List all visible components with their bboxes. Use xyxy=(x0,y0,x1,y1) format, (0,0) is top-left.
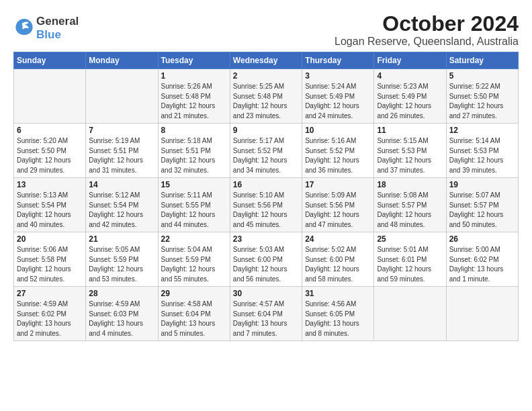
calendar-cell: 1Sunrise: 5:26 AMSunset: 5:48 PMDaylight… xyxy=(158,69,230,124)
day-info: Sunrise: 5:01 AMSunset: 6:01 PMDaylight:… xyxy=(377,245,443,284)
day-number: 21 xyxy=(89,234,154,244)
day-info: Sunrise: 5:04 AMSunset: 5:59 PMDaylight:… xyxy=(161,245,227,284)
day-info: Sunrise: 5:15 AMSunset: 5:53 PMDaylight:… xyxy=(377,136,443,175)
logo: General Blue xyxy=(13,15,79,41)
day-info: Sunrise: 5:06 AMSunset: 5:58 PMDaylight:… xyxy=(17,245,83,284)
day-info: Sunrise: 5:19 AMSunset: 5:51 PMDaylight:… xyxy=(89,136,154,175)
day-number: 20 xyxy=(17,234,83,244)
calendar-cell xyxy=(374,287,446,341)
day-info: Sunrise: 4:57 AMSunset: 6:04 PMDaylight:… xyxy=(233,300,299,338)
day-info: Sunrise: 5:20 AMSunset: 5:50 PMDaylight:… xyxy=(17,136,83,175)
day-number: 3 xyxy=(305,71,371,81)
day-info: Sunrise: 5:24 AMSunset: 5:49 PMDaylight:… xyxy=(305,82,371,121)
weekday-header-sunday: Sunday xyxy=(14,52,86,69)
calendar-cell: 10Sunrise: 5:16 AMSunset: 5:52 PMDayligh… xyxy=(302,124,374,178)
day-number: 18 xyxy=(377,180,443,189)
header: General Blue October 2024 Logan Reserve,… xyxy=(13,12,519,48)
calendar-cell: 31Sunrise: 4:56 AMSunset: 6:05 PMDayligh… xyxy=(302,287,374,341)
weekday-header-tuesday: Tuesday xyxy=(158,52,230,69)
calendar-cell: 15Sunrise: 5:11 AMSunset: 5:55 PMDayligh… xyxy=(158,178,230,232)
weekday-header-wednesday: Wednesday xyxy=(230,52,302,69)
day-number: 26 xyxy=(449,234,515,244)
day-info: Sunrise: 5:07 AMSunset: 5:57 PMDaylight:… xyxy=(449,191,515,230)
calendar-week-row: 1Sunrise: 5:26 AMSunset: 5:48 PMDaylight… xyxy=(14,69,519,124)
day-number: 28 xyxy=(89,289,154,298)
day-number: 11 xyxy=(377,126,443,135)
day-info: Sunrise: 4:59 AMSunset: 6:02 PMDaylight:… xyxy=(17,300,83,338)
day-info: Sunrise: 5:18 AMSunset: 5:51 PMDaylight:… xyxy=(161,136,227,175)
calendar-week-row: 27Sunrise: 4:59 AMSunset: 6:02 PMDayligh… xyxy=(14,287,519,341)
day-number: 13 xyxy=(17,180,83,189)
calendar-cell xyxy=(14,69,86,124)
day-number: 4 xyxy=(377,71,443,81)
calendar-cell: 16Sunrise: 5:10 AMSunset: 5:56 PMDayligh… xyxy=(230,178,302,232)
day-info: Sunrise: 5:14 AMSunset: 5:53 PMDaylight:… xyxy=(449,136,515,175)
day-number: 12 xyxy=(449,126,515,135)
calendar-cell: 24Sunrise: 5:02 AMSunset: 6:00 PMDayligh… xyxy=(302,232,374,287)
day-number: 14 xyxy=(89,180,154,189)
calendar-cell: 8Sunrise: 5:18 AMSunset: 5:51 PMDaylight… xyxy=(158,124,230,178)
day-number: 6 xyxy=(17,126,83,135)
day-info: Sunrise: 5:12 AMSunset: 5:54 PMDaylight:… xyxy=(89,191,154,230)
calendar-cell: 21Sunrise: 5:05 AMSunset: 5:59 PMDayligh… xyxy=(86,232,158,287)
calendar-cell: 17Sunrise: 5:09 AMSunset: 5:56 PMDayligh… xyxy=(302,178,374,232)
logo-text: General Blue xyxy=(36,15,79,41)
calendar-cell: 29Sunrise: 4:58 AMSunset: 6:04 PMDayligh… xyxy=(158,287,230,341)
day-number: 30 xyxy=(233,289,299,298)
calendar-week-row: 6Sunrise: 5:20 AMSunset: 5:50 PMDaylight… xyxy=(14,124,519,178)
weekday-header-friday: Friday xyxy=(374,52,446,69)
day-number: 10 xyxy=(305,126,371,135)
calendar-cell: 9Sunrise: 5:17 AMSunset: 5:52 PMDaylight… xyxy=(230,124,302,178)
calendar-cell: 5Sunrise: 5:22 AMSunset: 5:50 PMDaylight… xyxy=(446,69,518,124)
day-number: 25 xyxy=(377,234,443,244)
calendar-cell: 18Sunrise: 5:08 AMSunset: 5:57 PMDayligh… xyxy=(374,178,446,232)
day-info: Sunrise: 5:05 AMSunset: 5:59 PMDaylight:… xyxy=(89,245,154,284)
calendar-cell: 23Sunrise: 5:03 AMSunset: 6:00 PMDayligh… xyxy=(230,232,302,287)
day-number: 19 xyxy=(449,180,515,189)
calendar-cell: 30Sunrise: 4:57 AMSunset: 6:04 PMDayligh… xyxy=(230,287,302,341)
day-info: Sunrise: 5:09 AMSunset: 5:56 PMDaylight:… xyxy=(305,191,371,230)
calendar-subtitle: Logan Reserve, Queensland, Australia xyxy=(335,36,519,48)
calendar-cell: 27Sunrise: 4:59 AMSunset: 6:02 PMDayligh… xyxy=(14,287,86,341)
calendar-cell xyxy=(446,287,518,341)
day-number: 5 xyxy=(449,71,515,81)
calendar-cell: 20Sunrise: 5:06 AMSunset: 5:58 PMDayligh… xyxy=(14,232,86,287)
calendar-cell: 12Sunrise: 5:14 AMSunset: 5:53 PMDayligh… xyxy=(446,124,518,178)
day-number: 24 xyxy=(305,234,371,244)
day-number: 22 xyxy=(161,234,227,244)
day-info: Sunrise: 5:17 AMSunset: 5:52 PMDaylight:… xyxy=(233,136,299,175)
day-number: 31 xyxy=(305,289,371,298)
calendar-cell: 22Sunrise: 5:04 AMSunset: 5:59 PMDayligh… xyxy=(158,232,230,287)
day-number: 29 xyxy=(161,289,227,298)
calendar-week-row: 13Sunrise: 5:13 AMSunset: 5:54 PMDayligh… xyxy=(14,178,519,232)
day-info: Sunrise: 5:11 AMSunset: 5:55 PMDaylight:… xyxy=(161,191,227,230)
weekday-header-monday: Monday xyxy=(86,52,158,69)
calendar-cell: 11Sunrise: 5:15 AMSunset: 5:53 PMDayligh… xyxy=(374,124,446,178)
page: General Blue October 2024 Logan Reserve,… xyxy=(0,0,532,348)
day-number: 27 xyxy=(17,289,83,298)
day-number: 8 xyxy=(161,126,227,135)
calendar-cell: 4Sunrise: 5:23 AMSunset: 5:49 PMDaylight… xyxy=(374,69,446,124)
logo-bird-icon xyxy=(15,17,34,36)
day-info: Sunrise: 4:56 AMSunset: 6:05 PMDaylight:… xyxy=(305,300,371,338)
day-info: Sunrise: 5:00 AMSunset: 6:02 PMDaylight:… xyxy=(449,245,515,284)
day-number: 17 xyxy=(305,180,371,189)
day-info: Sunrise: 5:22 AMSunset: 5:50 PMDaylight:… xyxy=(449,82,515,121)
day-info: Sunrise: 5:10 AMSunset: 5:56 PMDaylight:… xyxy=(233,191,299,230)
day-number: 2 xyxy=(233,71,299,81)
day-number: 7 xyxy=(89,126,154,135)
day-info: Sunrise: 5:13 AMSunset: 5:54 PMDaylight:… xyxy=(17,191,83,230)
weekday-header-saturday: Saturday xyxy=(446,52,518,69)
day-info: Sunrise: 5:03 AMSunset: 6:00 PMDaylight:… xyxy=(233,245,299,284)
calendar-cell: 19Sunrise: 5:07 AMSunset: 5:57 PMDayligh… xyxy=(446,178,518,232)
day-info: Sunrise: 5:08 AMSunset: 5:57 PMDaylight:… xyxy=(377,191,443,230)
calendar-cell: 7Sunrise: 5:19 AMSunset: 5:51 PMDaylight… xyxy=(86,124,158,178)
day-info: Sunrise: 5:23 AMSunset: 5:49 PMDaylight:… xyxy=(377,82,443,121)
day-number: 16 xyxy=(233,180,299,189)
day-number: 23 xyxy=(233,234,299,244)
calendar-cell: 13Sunrise: 5:13 AMSunset: 5:54 PMDayligh… xyxy=(14,178,86,232)
calendar-cell: 26Sunrise: 5:00 AMSunset: 6:02 PMDayligh… xyxy=(446,232,518,287)
calendar-cell: 14Sunrise: 5:12 AMSunset: 5:54 PMDayligh… xyxy=(86,178,158,232)
day-info: Sunrise: 5:02 AMSunset: 6:00 PMDaylight:… xyxy=(305,245,371,284)
day-info: Sunrise: 5:25 AMSunset: 5:48 PMDaylight:… xyxy=(233,82,299,121)
